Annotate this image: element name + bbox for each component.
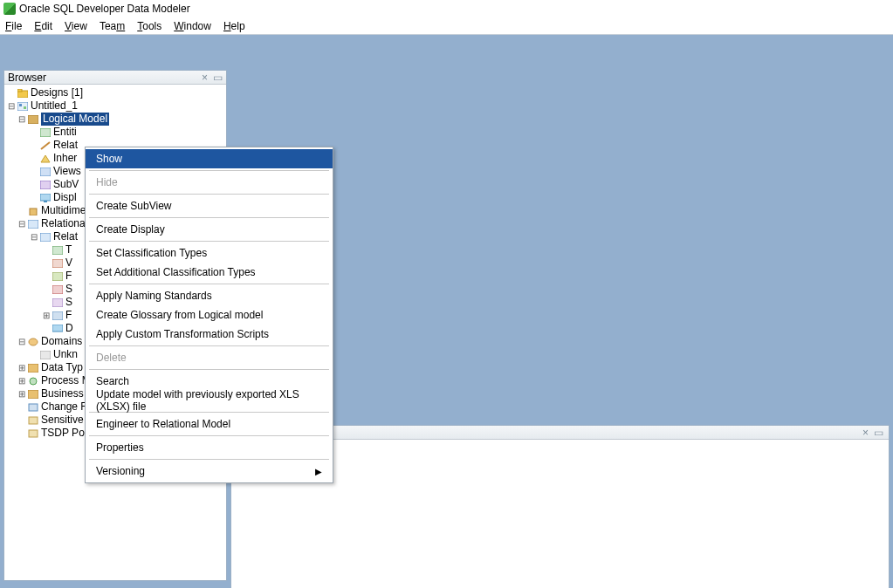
svg-rect-1: [17, 89, 22, 92]
svg-rect-19: [52, 285, 63, 294]
svg-rect-28: [29, 404, 38, 411]
title-bar: Oracle SQL Developer Data Modeler: [0, 0, 893, 17]
menu-item-apply-naming-standards[interactable]: Apply Naming Standards: [86, 286, 333, 305]
client-area: Browser × ▭ ⊟ Designs [1] ⊟ Untitled_1: [0, 35, 893, 588]
process-icon: [27, 376, 39, 386]
business-icon: [27, 389, 39, 400]
menu-separator: [89, 170, 329, 171]
relation-icon: [39, 140, 52, 151]
menu-item-create-display[interactable]: Create Display: [86, 220, 333, 239]
logical-model-icon: [27, 114, 39, 125]
table-folder-icon: [52, 245, 64, 256]
menu-separator: [89, 369, 329, 370]
menu-help[interactable]: Help: [223, 20, 245, 32]
svg-rect-13: [30, 209, 37, 215]
panel-close-icon[interactable]: ×: [202, 72, 208, 84]
menu-tools[interactable]: Tools: [137, 20, 161, 32]
subview-icon: [39, 180, 52, 190]
svg-rect-24: [40, 351, 51, 359]
svg-rect-29: [29, 417, 38, 424]
svg-rect-4: [24, 106, 26, 109]
svg-point-26: [30, 378, 37, 385]
design-icon: [17, 101, 29, 112]
svg-rect-22: [52, 325, 63, 332]
schema-folder-icon: [52, 284, 64, 295]
menu-separator: [89, 194, 329, 195]
view-icon: [39, 167, 52, 177]
menu-team[interactable]: Team: [100, 20, 125, 32]
folder-icon: [17, 88, 29, 99]
submenu-arrow-icon: ▶: [315, 467, 322, 476]
svg-rect-3: [19, 104, 22, 106]
tree-node-untitled[interactable]: ⊟ Untitled_1: [4, 99, 226, 113]
svg-marker-8: [41, 155, 50, 162]
display-folder-icon: [52, 324, 64, 334]
svg-rect-25: [28, 364, 38, 373]
view-folder-icon: [52, 258, 64, 269]
svg-rect-10: [40, 181, 51, 189]
svg-rect-2: [17, 102, 28, 111]
menu-file[interactable]: Filedocument.currentScript.previousSibli…: [5, 20, 22, 32]
change-request-icon: [27, 402, 39, 413]
display-icon: [39, 193, 52, 203]
menu-item-create-subview[interactable]: Create SubView: [86, 196, 333, 215]
cube-icon: [27, 206, 39, 216]
tree-node-logical-model[interactable]: ⊟ Logical Model: [4, 113, 226, 126]
svg-rect-18: [52, 272, 63, 281]
app-title: Oracle SQL Developer Data Modeler: [19, 3, 190, 15]
menu-bar: Filedocument.currentScript.previousSibli…: [0, 17, 893, 35]
menu-window[interactable]: Window: [174, 20, 211, 32]
svg-rect-17: [52, 259, 63, 268]
menu-item-properties[interactable]: Properties: [86, 438, 333, 457]
menu-item-hide: Hide: [86, 173, 333, 192]
menu-item-versioning[interactable]: Versioning▶: [86, 462, 333, 481]
svg-rect-6: [40, 128, 51, 137]
svg-line-7: [41, 142, 50, 149]
menu-item-engineer-to-relational[interactable]: Engineer to Relational Model: [86, 414, 333, 434]
browser-title-label: Browser: [8, 72, 46, 84]
svg-rect-21: [52, 311, 63, 320]
app-icon: [3, 3, 16, 15]
panel-close-icon[interactable]: ×: [862, 427, 869, 439]
context-menu: Show Hide Create SubView Create Display …: [85, 147, 333, 483]
unknown-icon: [39, 350, 52, 360]
physical-folder-icon: [52, 311, 64, 321]
svg-rect-12: [44, 201, 47, 202]
tree-node-entities[interactable]: ·Entiti: [4, 126, 226, 139]
menu-item-update-model-xls[interactable]: Update model with previously exported XL…: [86, 391, 333, 410]
policy-icon: [27, 428, 39, 439]
browser-panel-title: Browser × ▭: [4, 71, 226, 85]
menu-item-apply-custom-transformation[interactable]: Apply Custom Transformation Scripts: [86, 325, 333, 344]
svg-rect-14: [28, 220, 38, 229]
panel-restore-icon[interactable]: ▭: [874, 427, 883, 439]
menu-item-set-additional-classification-types[interactable]: Set Additional Classification Types: [86, 263, 333, 282]
menu-separator: [89, 241, 329, 242]
panel-restore-icon[interactable]: ▭: [213, 72, 223, 84]
relational-icon: [27, 219, 39, 229]
fk-folder-icon: [52, 271, 64, 282]
menu-item-show[interactable]: Show: [86, 149, 333, 168]
menu-separator: [89, 459, 329, 460]
domain-icon: [27, 337, 39, 347]
svg-rect-11: [40, 194, 51, 201]
svg-rect-27: [28, 390, 38, 399]
inheritance-icon: [39, 154, 52, 164]
schema-folder-icon-2: [52, 297, 64, 308]
svg-rect-20: [52, 298, 63, 307]
svg-rect-30: [29, 430, 38, 437]
relational-sub-icon: [39, 232, 52, 243]
entity-icon: [39, 127, 52, 138]
menu-separator: [89, 435, 329, 436]
menu-item-set-classification-types[interactable]: Set Classification Types: [86, 243, 333, 263]
data-types-icon: [27, 363, 39, 373]
svg-point-23: [29, 338, 38, 345]
menu-view[interactable]: View: [65, 20, 87, 32]
svg-rect-9: [40, 168, 51, 176]
tree-node-designs[interactable]: ⊟ Designs [1]: [4, 86, 226, 99]
menu-separator: [89, 284, 329, 284]
svg-rect-16: [52, 246, 63, 255]
menu-item-create-glossary[interactable]: Create Glossary from Logical model: [86, 305, 333, 325]
sensitive-icon: [27, 415, 39, 426]
menu-edit[interactable]: Edit: [34, 20, 52, 32]
svg-rect-15: [40, 233, 51, 242]
